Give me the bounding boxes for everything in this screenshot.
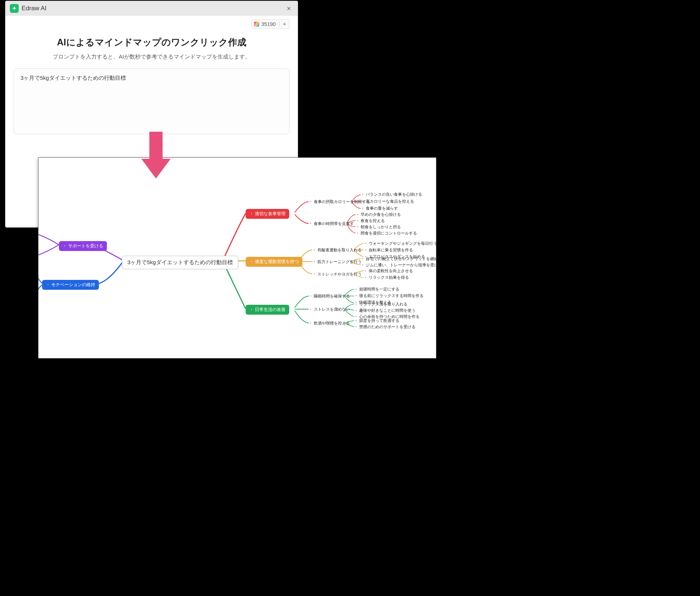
prompt-input[interactable]: 3ヶ月で5kgダイエットするための行動目標 xyxy=(14,68,290,134)
sub-life-sleep[interactable]: ・ 睡眠時間を確保する xyxy=(309,293,350,299)
leaf-ex-s2[interactable]: ・ ジムに通い、トレーナーから指導を受ける xyxy=(361,263,439,268)
add-token-icon[interactable]: ＋ xyxy=(279,21,287,27)
sub-ex-strength[interactable]: ・ 筋力トレーニングを行う xyxy=(312,259,362,265)
leaf-diet-c3[interactable]: ・ 食事の量を減らす xyxy=(361,206,398,211)
app-title: Edraw AI xyxy=(22,5,46,12)
leaf-life-d1[interactable]: ・ 節度を持って飲酒する xyxy=(354,318,399,323)
leaf-diet-c2[interactable]: ・ 高カロリーな食品を控える xyxy=(361,199,414,204)
sub-life-stress[interactable]: ・ ストレスを溜めない xyxy=(309,307,350,312)
token-count: 35190 xyxy=(261,21,276,27)
node-diet[interactable]: ・ 適切な食事管理 xyxy=(246,209,289,219)
leaf-diet-t2[interactable]: ・ 夜食を控える xyxy=(355,218,385,224)
leaf-life-st1[interactable]: ・ リラックス法を取り入れる xyxy=(354,302,407,307)
node-motivation[interactable]: ・ モチベーションの維持 xyxy=(42,280,99,290)
leaf-diet-c1[interactable]: ・ バランスの良い食事を心掛ける xyxy=(361,192,422,197)
node-support[interactable]: ・ サポートを受ける xyxy=(59,241,107,251)
sub-ex-stretch[interactable]: ・ ストレッチやヨガを行う xyxy=(312,271,362,277)
token-badge[interactable]: 35190 ＋ xyxy=(252,19,290,29)
leaf-diet-t3[interactable]: ・ 朝食をしっかりと摂る xyxy=(355,225,401,230)
sub-life-drink[interactable]: ・ 飲酒や喫煙を控える xyxy=(309,321,350,326)
leaf-life-st2[interactable]: ・ 趣味や好きなことに時間を使う xyxy=(354,308,416,313)
leaf-life-sl1[interactable]: ・ 就寝時間を一定にする xyxy=(354,287,399,292)
leaf-diet-t1[interactable]: ・ 早めの夕食を心掛ける xyxy=(355,212,401,217)
node-life[interactable]: ・ 日常生活の改善 xyxy=(246,305,289,315)
leaf-life-sl2[interactable]: ・ 寝る前にリラックスする時間を作る xyxy=(354,293,424,299)
dialog-header: ✦ Edraw AI × xyxy=(5,1,298,16)
mindmap-canvas[interactable]: 3ヶ月で5kgダイエットするための行動目標 ・ サポートを受ける ・ モチベーシ… xyxy=(38,157,436,359)
leaf-ex-y1[interactable]: ・ 体の柔軟性を向上させる xyxy=(364,269,413,274)
leaf-ex-y2[interactable]: ・ リラックス効果を得る xyxy=(364,275,409,280)
leaf-ex-a1[interactable]: ・ ウォーキングやジョギングを毎日行う xyxy=(364,241,437,246)
close-icon[interactable]: × xyxy=(284,4,293,13)
prompt-text: 3ヶ月で5kgダイエットするための行動目標 xyxy=(21,75,126,81)
dialog-header-left: ✦ Edraw AI xyxy=(10,4,46,13)
sub-diet-timing[interactable]: ・ 食事の時間帯を見直す xyxy=(309,221,354,226)
dialog-heading: AIによるマインドマップのワンクリック作成 xyxy=(14,36,290,48)
leaf-life-d2[interactable]: ・ 禁煙のためのサポートを受ける xyxy=(354,325,416,330)
token-logo-icon xyxy=(254,22,259,27)
leaf-diet-t4[interactable]: ・ 間食を適切にコントロールする xyxy=(355,231,417,236)
dialog-subheading: プロンプトを入力すると、AIが数秒で参考できるマインドマップを生成します。 xyxy=(14,53,290,60)
sub-ex-aerobic[interactable]: ・ 有酸素運動を取り入れる xyxy=(312,247,362,253)
leaf-ex-a2[interactable]: ・ 自転車に乗る習慣を作る xyxy=(364,248,413,253)
node-root[interactable]: 3ヶ月で5kgダイエットするための行動目標 xyxy=(122,256,238,269)
node-exercise[interactable]: ・ 適度な運動習慣を持つ xyxy=(246,257,302,267)
leaf-ex-s1[interactable]: ・ 自宅での腕立て伏せやスクワットを継続する xyxy=(361,256,439,262)
app-logo-icon: ✦ xyxy=(10,4,19,13)
